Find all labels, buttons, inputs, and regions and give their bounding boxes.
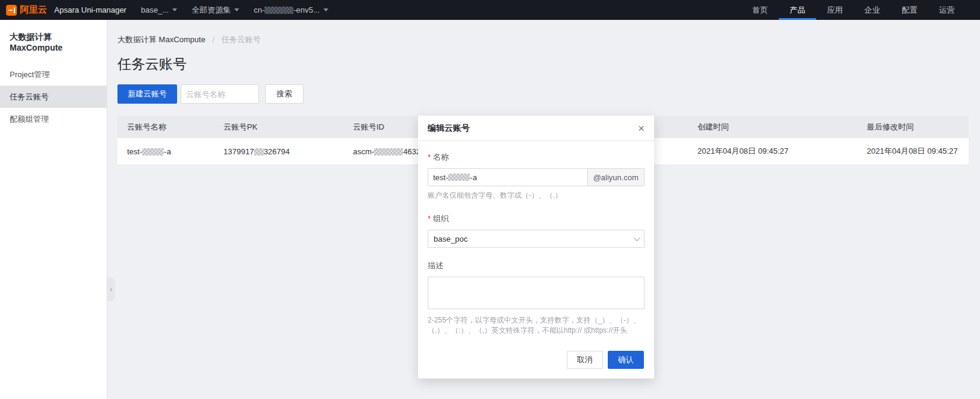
region-label-prefix: cn- [254,5,264,14]
brand[interactable]: 阿里云 Apsara Uni-manager [0,0,134,20]
description-help-text: 2-255个字符，以字母或中文开头，支持数字，支持（_）、（-）、（.）、（:）… [428,315,644,336]
new-cloud-account-button[interactable]: 新建云账号 [117,84,177,104]
page-title: 任务云账号 [117,55,969,74]
organization-field: *组织 base_poc [428,213,644,248]
topnav-operations[interactable]: 运营 [928,0,966,20]
censored-id-segment [374,148,403,156]
topbar: 阿里云 Apsara Uni-manager base_... 全部资源集 cn… [0,0,980,20]
caret-down-icon [172,8,177,11]
required-asterisk: * [428,214,431,223]
org-dropdown[interactable]: base_... [134,0,184,20]
censored-pk-segment [254,148,264,156]
caret-down-icon [234,8,239,11]
region-label-suffix: -env5... [293,5,319,14]
sidebar-item-task-cloud-account[interactable]: 任务云账号 [0,86,107,108]
sidebar-item-project-management[interactable]: Project管理 [0,63,107,86]
header-account-name: 云账号名称 [117,122,214,133]
name-field-label: *名称 [428,152,644,163]
name-field: *名称 test--a @aliyun.com 账户名仅能包含字母、数字或（-）… [428,152,644,201]
breadcrumb-current: 任务云账号 [222,35,261,44]
topnav-config[interactable]: 配置 [891,0,928,20]
cell-created-time: 2021年04月08日 09:45:27 [688,146,857,157]
chevron-down-icon [634,234,640,241]
breadcrumb-separator: / [213,35,215,44]
topnav-enterprise[interactable]: 企业 [854,0,891,20]
topnav-application[interactable]: 应用 [816,0,854,20]
organization-field-label: *组织 [428,213,644,224]
sidebar-title: 大数据计算 MaxCompute [0,20,107,63]
header-modified-time: 最后修改时间 [857,122,969,133]
cancel-button[interactable]: 取消 [567,351,603,369]
topnav-product[interactable]: 产品 [779,0,816,20]
toolbar: 新建云账号 搜索 [117,84,969,104]
confirm-button[interactable]: 确认 [608,351,644,369]
aliyun-logo-icon [6,5,17,16]
header-created-time: 创建时间 [688,122,857,133]
search-button[interactable]: 搜索 [265,84,304,104]
resource-set-label: 全部资源集 [192,5,231,16]
aliyun-domain-addon: @aliyun.com [588,168,644,186]
org-dropdown-label: base_... [141,5,169,14]
cell-account-pk: 1379917326794 [214,147,343,156]
organization-select[interactable]: base_poc [428,230,644,248]
cell-account-name: test--a [117,147,214,156]
sidebar: 大数据计算 MaxCompute Project管理 任务云账号 配额组管理 [0,20,107,399]
sidebar-item-quota-group[interactable]: 配额组管理 [0,108,107,130]
header-account-pk: 云账号PK [214,122,343,133]
required-asterisk: * [428,152,431,162]
breadcrumb: 大数据计算 MaxCompute / 任务云账号 [117,34,969,45]
region-dropdown[interactable]: cn- -env5... [246,0,335,20]
description-field-label: 描述 [428,260,644,271]
censored-region-segment [264,7,293,14]
topnav-home[interactable]: 首页 [741,0,779,20]
modal-footer: 取消 确认 [418,351,654,379]
modal-header: 编辑云账号 × [418,116,654,141]
collapse-icon: ‹ [110,285,113,294]
caret-down-icon [323,8,328,11]
aliyun-logo-text: 阿里云 [20,4,47,16]
modal-title: 编辑云账号 [428,123,470,134]
edit-cloud-account-modal: 编辑云账号 × *名称 test--a @aliyun.com 账户名仅能包含字… [418,116,654,379]
organization-select-value: base_poc [434,234,467,243]
sidebar-collapse-handle[interactable]: ‹ [107,278,115,301]
cell-modified-time: 2021年04月08日 09:45:27 [857,146,969,157]
account-name-search-input[interactable] [181,84,259,104]
top-menu: 首页 产品 应用 企业 配置 运营 [741,0,980,20]
description-textarea[interactable] [428,277,644,309]
censored-name-segment [142,148,164,156]
account-name-input[interactable]: test--a [428,168,588,186]
breadcrumb-root[interactable]: 大数据计算 MaxCompute [117,35,205,44]
modal-body: *名称 test--a @aliyun.com 账户名仅能包含字母、数字或（-）… [418,141,654,351]
name-help-text: 账户名仅能包含字母、数字或（-）、（.） [428,190,644,201]
close-icon[interactable]: × [638,123,644,134]
product-name: Apsara Uni-manager [54,5,126,14]
resource-set-dropdown[interactable]: 全部资源集 [184,0,246,20]
name-input-group: test--a @aliyun.com [428,168,644,186]
censored-input-segment [448,174,470,181]
description-field: 描述 2-255个字符，以字母或中文开头，支持数字，支持（_）、（-）、（.）、… [428,260,644,336]
